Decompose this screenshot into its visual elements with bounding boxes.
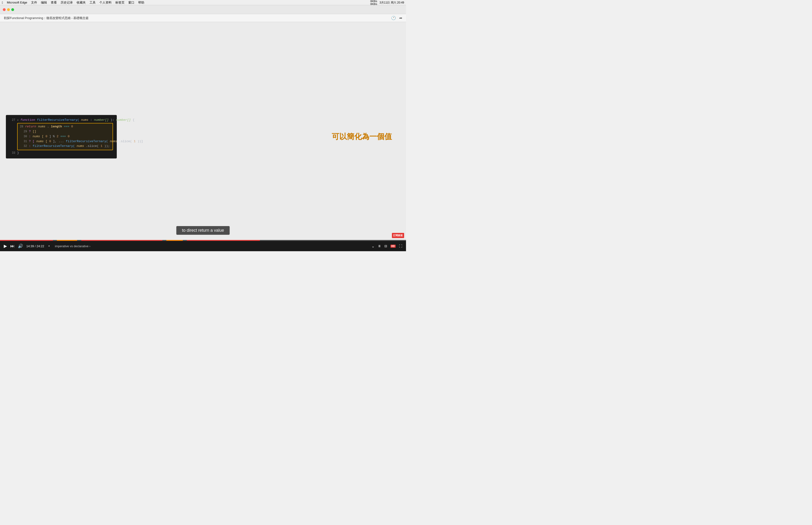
hd-badge: HD xyxy=(390,245,396,248)
video-controls: ▶ ⏭ 🔊 14:39 / 24:22 • imperative vs decl… xyxy=(0,240,406,251)
subtitle: to direct return a value xyxy=(176,226,230,235)
menubar-history[interactable]: 历史记录 xyxy=(61,0,73,5)
menubar-help[interactable]: 帮助 xyxy=(138,0,144,5)
code-line-29: 29 ? [] xyxy=(18,129,111,134)
progress-segment-2 xyxy=(57,240,77,241)
code-slide: 27 ∨ function filterRecursiveTernary(num… xyxy=(6,115,117,159)
share-icon[interactable]: ➦ xyxy=(399,16,402,20)
video-content-area: 27 ∨ function filterRecursiveTernary(num… xyxy=(0,22,406,251)
separator: • xyxy=(48,244,50,248)
page-title: 初探Functional Programming：徹底改變程式思維 - 基礎概念… xyxy=(4,16,391,20)
close-button[interactable] xyxy=(3,8,6,11)
code-line-27: 27 ∨ function filterRecursiveTernary(num… xyxy=(10,118,113,123)
code-line-31: 31 ? [nums[0], ...filterRecursiveTernary… xyxy=(18,139,111,144)
browser-action-icons: 🕐 ➦ xyxy=(391,16,402,20)
code-line-30: 30 : nums[0] % 2 === 0 xyxy=(18,134,111,139)
menubar-tools[interactable]: 工具 xyxy=(90,0,96,5)
menubar-edit[interactable]: 编辑 xyxy=(41,0,47,5)
chinese-annotation: 可以簡化為一個值 xyxy=(332,132,392,142)
datetime-display: 3月11日 周六 20:49 xyxy=(380,1,404,5)
chapter-label[interactable]: imperative vs declarative › xyxy=(55,244,90,248)
menubar-right: 0KB/s0KB/s 3月11日 周六 20:49 xyxy=(370,0,404,5)
browser-tab-bar xyxy=(0,5,406,14)
code-line-28: 28 return nums.length === 0 xyxy=(18,124,111,130)
subtitles-button[interactable]: ⊟ xyxy=(384,244,387,248)
menubar-profile[interactable]: 个人资料 xyxy=(99,0,112,5)
volume-button[interactable]: 🔊 xyxy=(18,243,23,249)
captions-toggle[interactable]: ⌄ xyxy=(371,244,374,249)
progress-segments xyxy=(0,240,406,241)
controls-row: ▶ ⏭ 🔊 14:39 / 24:22 • imperative vs decl… xyxy=(0,241,406,251)
controls-right: ⌄ ⏸ ⊟ HD ⛶ xyxy=(371,244,402,249)
next-button[interactable]: ⏭ xyxy=(10,244,15,249)
menubar-view[interactable]: 查看 xyxy=(51,0,57,5)
play-button[interactable]: ▶ xyxy=(4,243,7,249)
code-line-32: 32 : filterRecursiveTernary(nums.slice(1… xyxy=(18,144,111,149)
progress-segment-3 xyxy=(81,240,163,241)
highlighted-code-block: 28 return nums.length === 0 29 ? [] 30 :… xyxy=(17,123,113,150)
apple-logo-icon:  xyxy=(2,1,3,4)
pause-button[interactable]: ⏸ xyxy=(378,244,381,248)
seg-gap-3 xyxy=(162,240,166,241)
menubar-window[interactable]: 窗口 xyxy=(128,0,134,5)
menubar-file[interactable]: 文件 xyxy=(31,0,37,5)
network-status: 0KB/s0KB/s xyxy=(370,0,377,5)
maximize-button[interactable] xyxy=(11,8,14,11)
seg-gap-2 xyxy=(77,240,81,241)
menubar-app-name[interactable]: Microsoft Edge xyxy=(7,1,27,4)
progress-segment-1 xyxy=(0,240,53,241)
fullscreen-button[interactable]: ⛶ xyxy=(399,244,402,248)
progress-bar[interactable] xyxy=(0,240,406,241)
macos-menubar:  Microsoft Edge 文件 编辑 查看 历史记录 收藏夹 工具 个人… xyxy=(0,0,406,5)
menubar-favorites[interactable]: 收藏夹 xyxy=(77,0,86,5)
code-line-33: 33 } xyxy=(10,151,113,155)
seg-gap-4 xyxy=(183,240,187,241)
seg-gap-1 xyxy=(53,240,57,241)
time-display: 14:39 / 24:22 xyxy=(26,244,44,248)
menubar-tabs[interactable]: 标签页 xyxy=(116,0,124,5)
subscribe-badge[interactable]: 訂閱頻道 xyxy=(392,233,404,238)
menubar-left:  Microsoft Edge 文件 编辑 查看 历史记录 收藏夹 工具 个人… xyxy=(2,0,144,5)
minimize-button[interactable] xyxy=(7,8,10,11)
browser-title-bar: 初探Functional Programming：徹底改變程式思維 - 基礎概念… xyxy=(0,14,406,22)
progress-segment-4 xyxy=(166,240,183,241)
progress-segment-5 xyxy=(187,240,260,241)
clock-icon[interactable]: 🕐 xyxy=(391,16,396,20)
